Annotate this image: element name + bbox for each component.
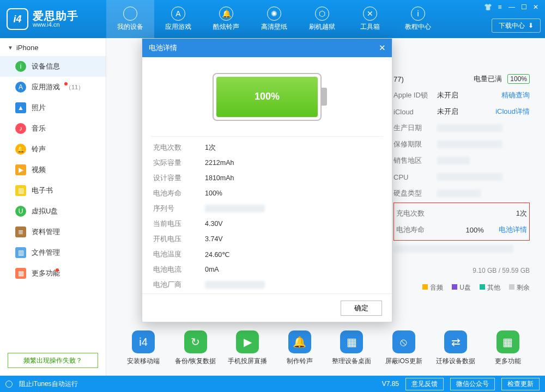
tool-整理设备桌面[interactable]: ▦整理设备桌面	[330, 330, 373, 366]
tool-更多功能[interactable]: ▦更多功能	[486, 330, 530, 366]
sidebar-icon: ▥	[15, 247, 26, 258]
disk-key: 硬盘类型	[393, 188, 432, 198]
battery-row: 充电次数1次	[153, 140, 381, 155]
battery-row: 电池厂商	[153, 277, 381, 292]
sidebar-group-header[interactable]: ▼ iPhone	[0, 38, 106, 56]
legend-item: U盘	[452, 283, 471, 292]
download-center-label: 下载中心	[499, 21, 525, 30]
app-header: i4 爱思助手 www.i4.cn 我的设备A应用游戏🔔酷炫铃声✺高清壁纸⬡刷机…	[0, 0, 545, 38]
nav-item-3[interactable]: ✺高清壁纸	[250, 0, 298, 38]
top-nav: 我的设备A应用游戏🔔酷炫铃声✺高清壁纸⬡刷机越狱✕工具箱i教程中心	[106, 0, 442, 38]
nav-item-1[interactable]: A应用游戏	[154, 0, 202, 38]
sidebar-item-9[interactable]: ▥文件管理	[0, 242, 106, 263]
sidebar-item-3[interactable]: ♪音乐	[0, 118, 106, 139]
battery-detail-link[interactable]: 电池详情	[499, 225, 527, 235]
nav-item-6[interactable]: i教程中心	[394, 0, 442, 38]
nav-icon: ✺	[267, 7, 281, 21]
row-key: 设计容量	[153, 174, 205, 183]
close-icon[interactable]: ✕	[530, 2, 542, 12]
sidebar-item-2[interactable]: ▲照片	[0, 97, 106, 118]
sidebar-label: 照片	[32, 103, 46, 113]
sidebar-item-7[interactable]: U虚拟U盘	[0, 201, 106, 222]
nav-label: 应用游戏	[165, 22, 191, 32]
status-bar: 阻止iTunes自动运行 V7.85 意见反馈 微信公众号 检查更新	[0, 376, 545, 392]
sidebar-item-1[interactable]: A应用游戏（11）	[0, 77, 106, 97]
row-key: 序列号	[153, 204, 205, 213]
row-key: 电池厂商	[153, 280, 205, 290]
minimize-icon[interactable]: —	[506, 2, 518, 12]
region-key: 销售地区	[393, 156, 432, 166]
sidebar-item-4[interactable]: 🔔铃声	[0, 139, 106, 160]
nav-label: 刷机越狱	[309, 22, 335, 32]
ok-button[interactable]: 确定	[341, 301, 382, 316]
sidebar: ▼ iPhone i设备信息A应用游戏（11）▲照片♪音乐🔔铃声▶视频▥电子书U…	[0, 38, 106, 376]
warranty-value	[437, 140, 502, 148]
disk-value	[437, 189, 481, 197]
sidebar-item-10[interactable]: ▦更多功能	[0, 263, 106, 284]
check-update-button[interactable]: 检查更新	[501, 378, 540, 390]
sidebar-label: 电子书	[32, 186, 53, 195]
nav-icon: ⬡	[315, 7, 329, 21]
device-suffix: 77)	[393, 75, 404, 83]
device-info-column: 77) 电量已满 100% Apple ID锁未开启精确查询 iCloud未开启…	[393, 71, 530, 257]
blurred-row	[393, 245, 513, 253]
nav-item-2[interactable]: 🔔酷炫铃声	[202, 0, 250, 38]
icloud-value: 未开启	[437, 107, 458, 117]
download-center-button[interactable]: 下载中心 ⬇	[492, 19, 541, 33]
wechat-button[interactable]: 微信公众号	[450, 378, 495, 390]
tool-label: 备份/恢复数据	[175, 357, 216, 366]
nav-item-5[interactable]: ✕工具箱	[346, 0, 394, 38]
sidebar-icon: ▦	[15, 268, 26, 279]
sidebar-item-5[interactable]: ▶视频	[0, 160, 106, 180]
tool-icon: ▦	[340, 330, 363, 353]
battery-row: 电池电流0mA	[153, 262, 381, 277]
battery-row: 当前电压4.30V	[153, 216, 381, 231]
nav-label: 酷炫铃声	[213, 22, 239, 32]
tool-迁移设备数据[interactable]: ⇄迁移设备数据	[434, 330, 477, 366]
sidebar-item-6[interactable]: ▥电子书	[0, 180, 106, 201]
appleid-query-link[interactable]: 精确查询	[501, 90, 530, 100]
battery-icon: 100%	[213, 73, 322, 121]
sidebar-item-8[interactable]: ≣资料管理	[0, 222, 106, 242]
row-key: 当前电压	[153, 219, 205, 229]
sidebar-label: 虚拟U盘	[32, 206, 58, 216]
tool-icon: ⦸	[392, 330, 415, 353]
sidebar-icon: ≣	[15, 226, 26, 237]
feedback-button[interactable]: 意见反馈	[405, 378, 444, 390]
shirt-icon[interactable]: 👕	[482, 2, 494, 12]
tool-手机投屏直播[interactable]: ▶手机投屏直播	[226, 330, 269, 366]
legend-item: 其他	[480, 283, 500, 292]
appleid-value: 未开启	[437, 90, 458, 100]
nav-item-0[interactable]: 我的设备	[106, 0, 154, 38]
icloud-detail-link[interactable]: iCloud详情	[495, 107, 530, 117]
sidebar-label: 音乐	[32, 124, 46, 133]
nav-icon: 🔔	[219, 7, 233, 21]
tool-屏蔽iOS更新[interactable]: ⦸屏蔽iOS更新	[382, 330, 426, 366]
tool-制作铃声[interactable]: 🔔制作铃声	[278, 330, 322, 366]
battery-row: 电池寿命100%	[153, 186, 381, 201]
sidebar-label: 铃声	[32, 144, 46, 154]
version-label: V7.85	[382, 380, 399, 388]
row-key: 电池电流	[153, 265, 205, 274]
modal-titlebar: 电池详情 ✕	[142, 39, 392, 57]
tool-label: 整理设备桌面	[332, 357, 371, 366]
itunes-toggle[interactable]: 阻止iTunes自动运行	[19, 379, 78, 389]
tool-label: 安装移动端	[127, 357, 160, 366]
nav-label: 工具箱	[360, 22, 380, 32]
help-link[interactable]: 频繁出现操作失败？	[8, 353, 98, 368]
menu-icon[interactable]: ≡	[494, 2, 506, 12]
region-value	[437, 157, 470, 164]
sidebar-label: 设备信息	[32, 62, 60, 71]
charge-count-value: 1次	[516, 209, 527, 218]
tool-备份/恢复数据[interactable]: ↻备份/恢复数据	[174, 330, 217, 366]
maximize-icon[interactable]: ☐	[518, 2, 530, 12]
battery-row: 序列号	[153, 201, 381, 216]
legend-item: 剩余	[509, 283, 530, 292]
row-key: 充电次数	[153, 143, 205, 152]
bottom-toolbar: i4安装移动端↻备份/恢复数据▶手机投屏直播🔔制作铃声▦整理设备桌面⦸屏蔽iOS…	[122, 330, 530, 366]
sidebar-item-0[interactable]: i设备信息	[0, 56, 106, 77]
nav-item-4[interactable]: ⬡刷机越狱	[298, 0, 346, 38]
modal-close-button[interactable]: ✕	[373, 39, 391, 57]
tool-安装移动端[interactable]: i4安装移动端	[122, 330, 165, 366]
sidebar-icon: i	[15, 61, 26, 72]
